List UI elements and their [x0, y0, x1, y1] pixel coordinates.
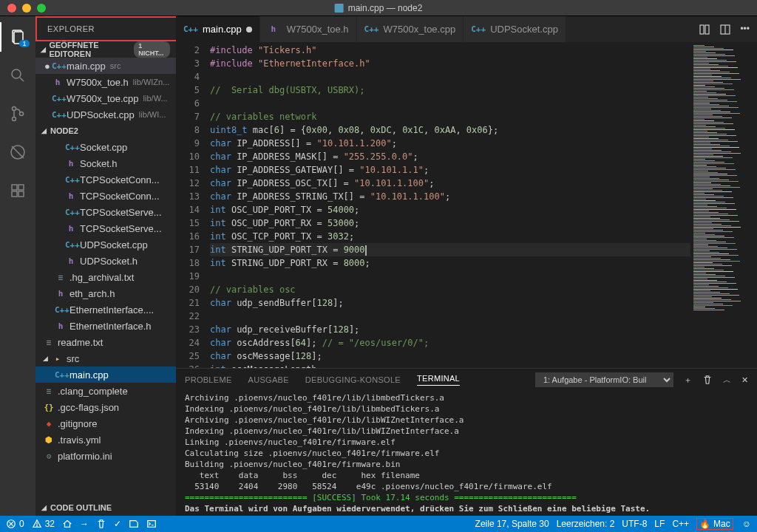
- file-name: .clang_complete: [58, 386, 128, 397]
- file-type-icon: C++: [65, 143, 77, 152]
- open-editor-item[interactable]: ●C++main.cppsrc: [35, 58, 176, 74]
- explorer-tree-item[interactable]: ◢▸src: [35, 350, 176, 366]
- explorer-tree-item[interactable]: ⬢.travis.yml: [35, 432, 176, 448]
- split-editor-icon[interactable]: [719, 24, 731, 35]
- file-name: TCPSocketServe...: [80, 207, 162, 218]
- file-name: UDPSocket.cpp: [80, 239, 148, 250]
- status-language[interactable]: C++: [672, 519, 689, 529]
- panel-tab-problems[interactable]: PROBLEME: [185, 375, 232, 384]
- explorer-tree-item[interactable]: hTCPSocketConn...: [35, 188, 176, 204]
- activity-debug[interactable]: [0, 137, 35, 167]
- svg-point-5: [13, 117, 16, 121]
- status-platform[interactable]: 🔥Mac: [696, 518, 733, 530]
- explorer-tree-item[interactable]: hUDPSocket.h: [35, 253, 176, 269]
- close-window-button[interactable]: [7, 4, 16, 13]
- explorer-tree-item[interactable]: ≡.clang_complete: [35, 383, 176, 399]
- outline-header[interactable]: ◢ CODE OUTLINE: [35, 499, 176, 516]
- svg-rect-10: [12, 191, 17, 197]
- file-type-icon: C++: [55, 370, 67, 380]
- line-number-gutter[interactable]: 2345678910111213141516171819202122232425…: [176, 42, 210, 368]
- file-name: .gcc-flags.json: [58, 402, 119, 413]
- status-build-icon[interactable]: →: [80, 519, 89, 529]
- file-name: platformio.ini: [58, 451, 112, 462]
- close-panel-icon[interactable]: ✕: [741, 375, 748, 385]
- panel-tab-debug[interactable]: DEBUGGING-KONSOLE: [305, 375, 401, 384]
- file-type-icon: h: [55, 289, 67, 299]
- status-feedback-icon[interactable]: ☺: [742, 519, 751, 529]
- explorer-tree-item[interactable]: heth_arch.h: [35, 285, 176, 301]
- terminal-output[interactable]: Archiving .pioenvs/nucleo_f401re/lib/lib…: [176, 391, 757, 516]
- editor-tab[interactable]: hW7500x_toe.h: [260, 16, 357, 42]
- activity-extensions[interactable]: [0, 176, 35, 205]
- explorer-tree-item[interactable]: C++TCPSocketConn...: [35, 171, 176, 188]
- project-header[interactable]: ◢ NODE2: [35, 123, 176, 139]
- file-type-icon: {}: [43, 403, 55, 412]
- file-name: TCPSocketServe...: [80, 223, 162, 234]
- file-name: eth_arch.h: [69, 288, 115, 299]
- compare-icon[interactable]: [699, 24, 710, 35]
- explorer-tree-item[interactable]: ≡.hg_archival.txt: [35, 269, 176, 285]
- editor-tab[interactable]: C++main.cpp: [176, 16, 260, 42]
- file-type-icon: ⬢: [43, 435, 55, 445]
- more-icon[interactable]: •••: [740, 24, 750, 35]
- new-terminal-icon[interactable]: ＋: [684, 375, 692, 386]
- status-terminal-icon[interactable]: [146, 519, 157, 529]
- status-errors[interactable]: 0: [6, 519, 24, 529]
- status-eol[interactable]: LF: [654, 519, 665, 529]
- open-editors-header[interactable]: ◢ GEÖFFNETE EDITOREN 1 NICHT...: [35, 41, 176, 58]
- open-editor-item[interactable]: C++UDPSocket.cpplib/WI...: [35, 106, 176, 123]
- maximize-window-button[interactable]: [37, 4, 46, 13]
- terminal-task-select[interactable]: 1: Aufgabe - PlatformIO: Buil: [535, 372, 673, 387]
- file-type-icon: h: [65, 191, 77, 201]
- svg-point-21: [36, 525, 37, 526]
- status-bar: 0 32 → ✓ Zeile 17, Spalte 30 Leerzeichen…: [0, 516, 757, 532]
- explorer-tree-item[interactable]: ≡readme.txt: [35, 334, 176, 350]
- open-editor-item[interactable]: C++W7500x_toe.cpplib/W...: [35, 90, 176, 106]
- unsaved-badge: 1 NICHT...: [134, 41, 170, 58]
- status-check-icon[interactable]: ✓: [114, 519, 121, 529]
- explorer-tree-item[interactable]: C++main.cpp: [35, 366, 176, 383]
- status-upload-icon[interactable]: [96, 519, 106, 529]
- file-type-icon: ◆: [43, 419, 55, 429]
- kill-terminal-icon[interactable]: [702, 375, 713, 385]
- svg-rect-22: [148, 521, 156, 528]
- file-name: readme.txt: [58, 337, 103, 348]
- editor-tab[interactable]: C++UDPSocket.cpp: [464, 16, 566, 42]
- panel-tab-terminal[interactable]: TERMINAL: [417, 374, 460, 386]
- explorer-tree-item[interactable]: C++TCPSocketServe...: [35, 204, 176, 220]
- explorer-tree-item[interactable]: hEthernetInterface.h: [35, 318, 176, 334]
- status-serial-icon[interactable]: [129, 519, 139, 529]
- status-indent[interactable]: Leerzeichen: 2: [557, 519, 615, 529]
- status-warnings[interactable]: 32: [32, 519, 55, 529]
- file-name: .travis.yml: [58, 434, 101, 446]
- tab-label: main.cpp: [203, 24, 242, 35]
- explorer-tree-item[interactable]: C++Socket.cpp: [35, 139, 176, 155]
- activity-scm[interactable]: [0, 99, 35, 129]
- file-name: Socket.h: [80, 158, 118, 169]
- svg-line-8: [12, 146, 24, 158]
- status-cursor-position[interactable]: Zeile 17, Spalte 30: [475, 519, 549, 529]
- explorer-tree-item[interactable]: hTCPSocketServe...: [35, 220, 176, 236]
- activity-search[interactable]: [0, 61, 35, 90]
- chevron-down-icon: ◢: [38, 127, 49, 134]
- open-editor-item[interactable]: hW7500x_toe.hlib/WIZn...: [35, 74, 176, 90]
- explorer-tree-item[interactable]: hSocket.h: [35, 155, 176, 171]
- explorer-tree-item[interactable]: {}.gcc-flags.json: [35, 399, 176, 415]
- code-editor[interactable]: #include "Tickers.h"#include "EthernetIn…: [210, 42, 690, 368]
- explorer-tree-item[interactable]: C++EthernetInterface....: [35, 301, 176, 318]
- file-path: lib/W...: [143, 94, 168, 103]
- file-type-icon: C++: [364, 24, 376, 34]
- minimap[interactable]: [690, 42, 757, 368]
- explorer-tree-item[interactable]: ⚙platformio.ini: [35, 448, 176, 464]
- file-name: main.cpp: [69, 369, 109, 381]
- minimize-window-button[interactable]: [22, 4, 31, 13]
- file-icon: [335, 4, 344, 13]
- status-home-icon[interactable]: [62, 519, 72, 529]
- activity-explorer[interactable]: 1: [0, 22, 35, 52]
- editor-tab[interactable]: C++W7500x_toe.cpp: [357, 16, 464, 42]
- explorer-tree-item[interactable]: C++UDPSocket.cpp: [35, 236, 176, 253]
- panel-tab-output[interactable]: AUSGABE: [248, 375, 289, 384]
- maximize-panel-icon[interactable]: ︿: [723, 375, 731, 386]
- status-encoding[interactable]: UTF-8: [622, 519, 647, 529]
- explorer-tree-item[interactable]: ◆.gitignore: [35, 415, 176, 432]
